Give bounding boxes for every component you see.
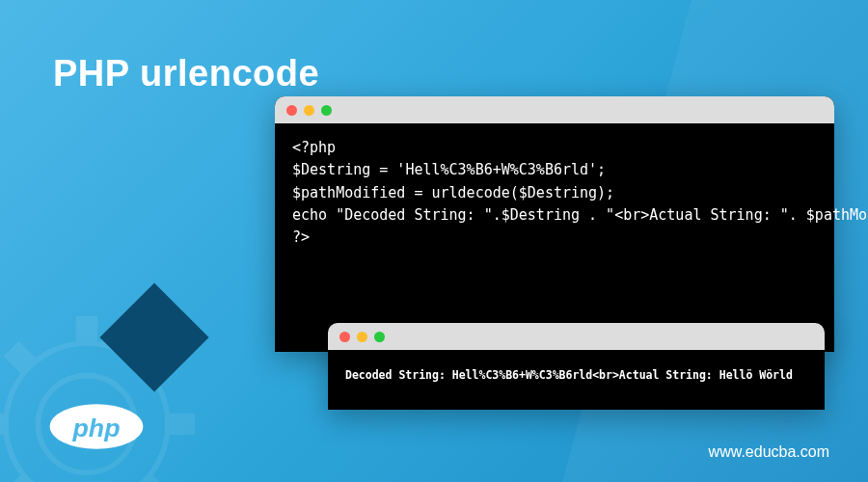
svg-text:php: php [72,414,121,442]
window-titlebar [328,323,825,350]
code-line: $pathModified = urldecode($Destring); [292,184,614,201]
maximize-icon [374,332,385,342]
php-logo: php [48,400,145,453]
minimize-icon [304,105,314,116]
output-text: Decoded String: Hell%C3%B6+W%C3%B6rld<br… [328,350,825,400]
minimize-icon [357,332,367,342]
maximize-icon [321,105,332,116]
website-url: www.educba.com [709,443,829,461]
close-icon [339,332,350,342]
close-icon [286,105,297,116]
code-line: ?> [292,228,310,246]
page-title: PHP urlencode [53,53,319,94]
code-line: $Destring = 'Hell%C3%B6+W%C3%B6rld'; [292,161,606,178]
source-code: <?php $Destring = 'Hell%C3%B6+W%C3%B6rld… [275,123,834,262]
code-window-source: <?php $Destring = 'Hell%C3%B6+W%C3%B6rld… [275,96,834,352]
window-titlebar [275,96,834,123]
code-line: echo "Decoded String: ".$Destring . "<br… [292,206,868,224]
code-line: <?php [292,139,336,156]
code-window-output: Decoded String: Hell%C3%B6+W%C3%B6rld<br… [328,323,825,410]
